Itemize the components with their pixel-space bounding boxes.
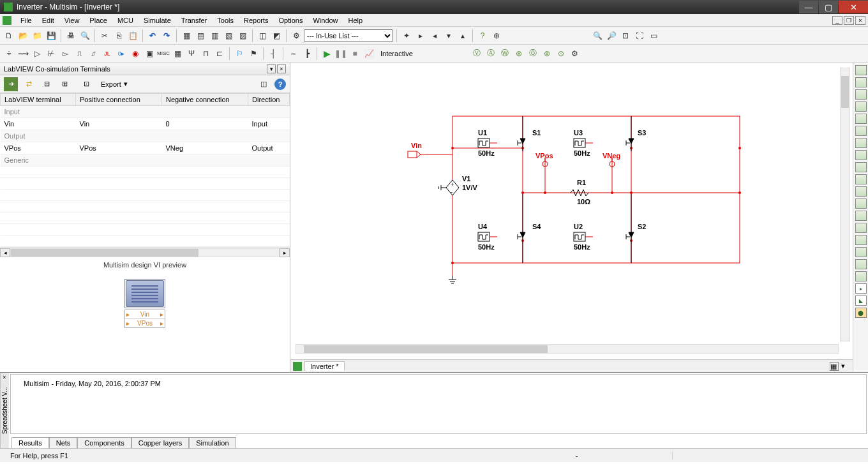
tb-icon-5[interactable]: ▨ <box>236 29 249 42</box>
mdi-restore[interactable]: ❐ <box>844 16 854 25</box>
close-button[interactable]: ✕ <box>839 1 868 13</box>
menu-view[interactable]: View <box>59 15 85 26</box>
col-negative[interactable]: Negative connection <box>162 94 248 106</box>
panel-dropdown-icon[interactable]: ▾ <box>267 64 276 73</box>
window-icon[interactable]: ◫ <box>257 77 271 91</box>
comp-cmos-icon[interactable]: ⎎ <box>87 47 100 60</box>
doc-tab[interactable]: Inverter * <box>304 361 345 371</box>
comp-misc-icon[interactable]: JL <box>101 47 114 60</box>
tb-icon-4[interactable]: ▧ <box>222 29 235 42</box>
tb-icon-2[interactable]: ▤ <box>194 29 207 42</box>
table-row[interactable]: VinVin0Input <box>1 118 290 130</box>
tab-simulation[interactable]: Simulation <box>189 437 236 448</box>
instr-iv-icon[interactable] <box>855 186 867 197</box>
instr-logicconv-icon[interactable] <box>855 174 867 184</box>
panel-close-icon[interactable]: × <box>277 64 286 73</box>
instr-tk-scope-icon[interactable] <box>855 271 867 281</box>
instr-dist-icon[interactable] <box>855 198 867 209</box>
mdi-close[interactable]: × <box>855 16 865 25</box>
menu-window[interactable]: Window <box>308 15 343 26</box>
run-icon[interactable]: ▶ <box>320 47 333 60</box>
comp-bus-icon[interactable]: ┤ <box>267 47 280 60</box>
col-direction[interactable]: Direction <box>248 94 290 106</box>
instr-icon-7[interactable]: ⊙ <box>555 47 567 60</box>
tb2-icon-2[interactable]: ┣ <box>301 47 313 60</box>
comp-mixed-icon[interactable]: 0▸ <box>115 47 128 60</box>
tb-icon-12[interactable]: ▾ <box>442 29 455 42</box>
spreadsheet-close-icon[interactable]: × <box>2 374 8 380</box>
zoom-area-icon[interactable]: ⊡ <box>619 29 632 42</box>
comp-indicator-icon[interactable]: ◉ <box>129 47 142 60</box>
add-in-icon[interactable]: ⊟ <box>40 77 54 91</box>
cut-icon[interactable]: ✂ <box>98 29 111 42</box>
instr-icon-8[interactable]: ⚙ <box>569 47 581 60</box>
tab-components[interactable]: Components <box>77 437 131 448</box>
minimize-button[interactable]: — <box>799 1 818 13</box>
tab-dropdown-icon[interactable]: ▾ <box>841 362 850 371</box>
tb-icon-14[interactable]: ⊕ <box>490 29 503 42</box>
comp-source-icon[interactable]: ÷ <box>3 47 15 60</box>
comp-misc2-icon[interactable]: MISC <box>157 47 170 60</box>
spreadsheet-side-tab[interactable]: Spreadsheet V... × <box>0 373 9 448</box>
instr-4ch-icon[interactable] <box>855 114 867 124</box>
canvas-hscroll[interactable] <box>296 344 839 354</box>
tb2-icon-1[interactable]: ⎓ <box>287 47 299 60</box>
copy-icon[interactable]: ⎘ <box>112 29 125 42</box>
menu-transfer[interactable]: Transfer <box>176 15 213 26</box>
comp-power-icon[interactable]: ▣ <box>143 47 156 60</box>
comp-transistor-icon[interactable]: ⊬ <box>45 47 57 60</box>
mdi-minimize[interactable]: _ <box>832 16 842 25</box>
instr-icon-1[interactable]: Ⓥ <box>470 47 483 60</box>
table-hscroll[interactable]: ◂▸ <box>0 247 290 257</box>
tb-icon-7[interactable]: ◩ <box>270 29 283 42</box>
menu-file[interactable]: File <box>15 15 37 26</box>
tb-icon-6[interactable]: ◫ <box>256 29 269 42</box>
fullscreen-icon[interactable]: ▭ <box>647 29 660 42</box>
menu-mcu[interactable]: MCU <box>112 15 138 26</box>
instr-ni-icon[interactable]: ◣ <box>855 296 867 306</box>
canvas-vscroll[interactable] <box>840 68 850 341</box>
comp-connector-icon[interactable]: ⊏ <box>213 47 226 60</box>
table-row[interactable]: VPosVPosVNegOutput <box>1 142 290 154</box>
instr-wordgen-icon[interactable] <box>855 150 867 160</box>
menu-simulate[interactable]: Simulate <box>138 15 176 26</box>
open2-icon[interactable]: 📁 <box>31 29 43 42</box>
save-icon[interactable]: 💾 <box>45 29 57 42</box>
print-icon[interactable]: 🖶 <box>64 29 77 42</box>
tb-icon-3[interactable]: ▥ <box>208 29 221 42</box>
export-button[interactable]: Export ▾ <box>97 79 131 89</box>
menu-help[interactable]: Help <box>343 15 368 26</box>
zoom-fit-icon[interactable]: ⛶ <box>633 29 646 42</box>
pause-icon[interactable]: ❚❚ <box>334 47 347 60</box>
instr-freq-icon[interactable] <box>855 138 867 148</box>
instr-bode-icon[interactable] <box>855 126 867 136</box>
inuse-list[interactable]: --- In-Use List --- <box>304 29 393 42</box>
tb-icon-1[interactable]: ▦ <box>180 29 193 42</box>
tab-nets[interactable]: Nets <box>49 437 78 448</box>
instr-icon-3[interactable]: Ⓦ <box>498 47 511 60</box>
add-out-icon[interactable]: ⊞ <box>57 77 71 91</box>
instr-icon-2[interactable]: Ⓐ <box>484 47 497 60</box>
menu-options[interactable]: Options <box>274 15 308 26</box>
tb-icon-11[interactable]: ◂ <box>428 29 441 42</box>
instr-funcgen-icon[interactable] <box>855 77 867 87</box>
tb-icon-10[interactable]: ▸ <box>414 29 427 42</box>
redo-icon[interactable]: ↷ <box>160 29 173 42</box>
comp-mcu-icon[interactable]: ⚐ <box>233 47 246 60</box>
comp-em-icon[interactable]: Ψ <box>185 47 198 60</box>
comp-diode-icon[interactable]: ▷ <box>31 47 43 60</box>
tab-copper[interactable]: Copper layers <box>131 437 189 448</box>
interactive-icon[interactable]: 📈 <box>363 47 375 60</box>
tab-grid-icon[interactable]: ▦ <box>830 362 839 371</box>
tb-icon-9[interactable]: ✦ <box>400 29 413 42</box>
instr-icon-5[interactable]: Ⓞ <box>527 47 539 60</box>
instr-spec-icon[interactable] <box>855 211 867 221</box>
undo-icon[interactable]: ↶ <box>146 29 159 42</box>
menu-place[interactable]: Place <box>84 15 112 26</box>
tb-icon-13[interactable]: ▴ <box>456 29 469 42</box>
instr-probe-icon[interactable]: ⬤ <box>855 308 867 318</box>
help-icon[interactable]: ? <box>476 29 489 42</box>
menu-tools[interactable]: Tools <box>212 15 239 26</box>
tab-results[interactable]: Results <box>11 437 49 448</box>
instr-lv-icon[interactable]: ▸ <box>855 283 867 294</box>
